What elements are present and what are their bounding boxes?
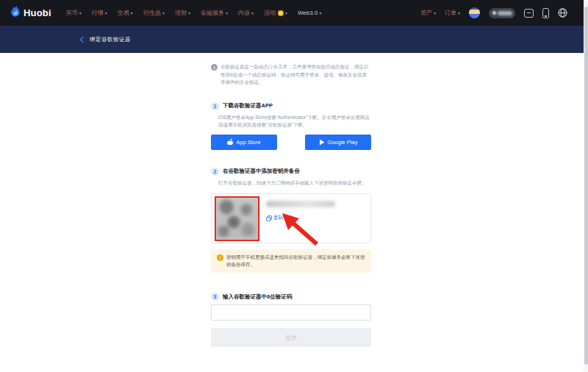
main-menu: 买币▾ 行情▾ 交易▾ 衍生品▾ 理财▾ 金融服务▾ 内容▾ 活动▾ Web3.… [66,9,322,17]
nav-item-markets[interactable]: 行情▾ [92,9,107,17]
mobile-icon[interactable] [542,8,549,18]
pill-dot-icon [492,11,496,15]
nav-right-group: 资产▾ 订单▾ [420,7,567,18]
qr-key-panel: 复制密钥 [211,193,371,243]
chevron-down-icon: ▾ [79,10,82,15]
pill-blurred-content [498,11,512,15]
page-title: 绑定谷歌验证器 [90,36,131,43]
step-2-title: 在谷歌验证器中添加密钥并备份 [223,168,300,175]
main-content: i 谷歌验证器是一款动态口令工具，工作原理类似短信动态验证，绑定后每30s生成一… [211,53,371,347]
nav-item-finance[interactable]: 金融服务▾ [201,9,228,17]
step-2-add-key: 2 在谷歌验证器中添加密钥并备份 打开谷歌验证器，扫描下方二维码或手动输入下述密… [211,168,371,273]
chevron-down-icon: ▾ [105,10,107,15]
step-2-number: 2 [211,168,219,176]
sub-header: 绑定谷歌验证器 [0,26,588,53]
nav-item-activity[interactable]: 活动▾ [264,9,287,17]
page-scrollbar[interactable] [584,0,588,372]
globe-icon[interactable] [558,8,567,18]
chevron-down-icon: ▾ [319,10,321,15]
scrollbar-thumb[interactable] [584,7,588,365]
nav-item-derivatives[interactable]: 衍生品▾ [143,9,165,17]
chevron-down-icon: ▾ [434,10,436,15]
secret-key-blurred [266,201,335,207]
chevron-down-icon: ▾ [162,10,165,15]
copy-secret-key-link[interactable]: 复制密钥 [266,215,293,221]
intro-text: 谷歌验证器是一款动态口令工具，工作原理类似短信动态验证，绑定后每30s生成一个动… [220,63,371,87]
google-play-icon [319,139,325,146]
nav-item-orders[interactable]: 订单▾ [445,9,460,17]
promo-pill-badge[interactable] [489,8,515,18]
copy-icon [266,215,272,221]
warning-text: 密钥用于手机更换或遗失找回谷歌验证器，绑定前请务必将下述密钥备份保存。 [226,254,365,268]
verification-code-input[interactable] [211,304,371,321]
chevron-left-icon [79,33,85,46]
chevron-down-icon: ▾ [458,10,460,15]
nav-item-content[interactable]: 内容▾ [238,9,254,17]
google-play-button[interactable]: Google Play [305,135,371,150]
nav-item-buy-crypto[interactable]: 买币▾ [66,9,82,17]
chevron-down-icon: ▾ [226,10,228,15]
step-3-enter-code: 3 输入谷歌验证器中6位验证码 [211,293,371,321]
warning-icon: ! [217,254,223,261]
submit-button[interactable]: 提交 [211,328,371,347]
info-icon: i [211,64,218,71]
brand-name: Huobi [24,7,51,18]
nav-item-earn[interactable]: 理财▾ [175,9,190,17]
step-2-description: 打开谷歌验证器，扫描下方二维码或手动输入下述密钥添加验证令牌。 [218,179,371,187]
step-3-number: 3 [211,293,219,301]
huobi-flame-icon [10,5,21,21]
nav-item-web3[interactable]: Web3.0▾ [298,10,321,16]
qr-code-blurred [216,198,258,240]
page: Huobi 买币▾ 行情▾ 交易▾ 衍生品▾ 理财▾ 金融服务▾ 内容▾ 活动▾… [0,0,588,372]
warning-note: ! 密钥用于手机更换或遗失找回谷歌验证器，绑定前请务必将下述密钥备份保存。 [211,249,371,273]
top-nav: Huobi 买币▾ 行情▾ 交易▾ 衍生品▾ 理财▾ 金融服务▾ 内容▾ 活动▾… [0,0,588,26]
step-1-description: iOS用户登录App Store搜索“Authenticator”下载。安卓用户… [218,114,371,129]
nav-item-trade[interactable]: 交易▾ [118,9,133,17]
chevron-down-icon: ▾ [285,10,287,15]
intro-note: i 谷歌验证器是一款动态口令工具，工作原理类似短信动态验证，绑定后每30s生成一… [211,63,371,87]
chevron-down-icon: ▾ [188,10,190,15]
chevron-down-icon: ▾ [131,10,133,15]
nav-item-assets[interactable]: 资产▾ [420,9,436,17]
app-download-icon[interactable] [524,9,534,18]
step-1-title: 下载谷歌验证器APP [223,102,273,110]
step-3-title: 输入谷歌验证器中6位验证码 [223,293,292,301]
chevron-down-icon: ▾ [251,10,254,15]
user-avatar[interactable] [469,7,480,18]
step-1-number: 1 [211,102,219,110]
step-1-download: 1 下载谷歌验证器APP iOS用户登录App Store搜索“Authenti… [211,102,371,150]
app-store-button[interactable]: App Store [211,135,277,150]
qr-code-highlight-box [215,196,259,241]
coin-icon [278,10,284,16]
huobi-logo[interactable]: Huobi [10,5,51,21]
apple-icon [227,138,233,146]
back-link[interactable]: 绑定谷歌验证器 [79,33,131,46]
